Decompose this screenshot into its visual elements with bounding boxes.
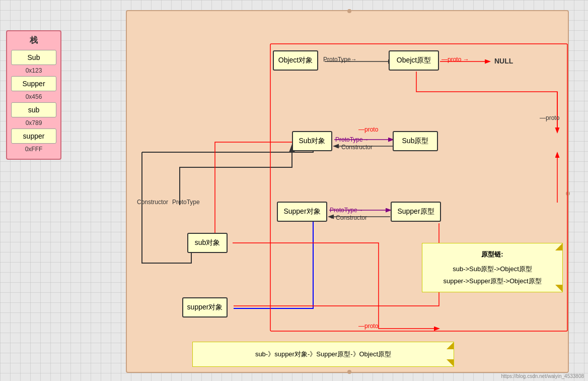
- stack-item-sub: Sub: [11, 50, 56, 65]
- corner-decoration-tr: [555, 243, 562, 250]
- null-label: NULL: [494, 57, 513, 65]
- sub-instance-proto-label: —proto: [358, 126, 378, 133]
- object-proto-label: —proto →: [442, 56, 469, 63]
- stack-title: 栈: [11, 35, 56, 46]
- note-box: 原型链: sub->Sub原型->Object原型 supper->Supper…: [422, 243, 563, 292]
- arrows-svg: [127, 11, 568, 372]
- supper-proto-box: Supper原型: [391, 202, 441, 222]
- stack-addr-sub-inst: 0x789: [11, 119, 56, 126]
- sub-instance-box: sub对象: [187, 233, 228, 253]
- note-bottom-text: sub-》supper对象-》Supper原型-》Object原型: [255, 348, 391, 360]
- corner-dot-right: [566, 192, 570, 196]
- supper-prototype-label: ProtoType→: [330, 207, 363, 214]
- stack-addr-supper: 0x456: [11, 93, 56, 100]
- supper-obj-box: Supper对象: [277, 202, 327, 222]
- corner-decoration-bottom-br: [447, 359, 454, 366]
- supper-instance-box: supper对象: [182, 297, 228, 318]
- stack-addr-sub: 0x123: [11, 67, 56, 74]
- sub-proto-box: Sub原型: [393, 131, 438, 151]
- object-obj-box: Object对象: [273, 50, 318, 71]
- note-box-bottom: sub-》supper对象-》Supper原型-》Object原型: [192, 342, 454, 367]
- stack-item-supper-inst: supper: [11, 129, 56, 144]
- constructor-main-label: Constructor: [137, 199, 168, 206]
- sub-constructor-label: ←Constructor: [335, 144, 373, 151]
- sub-obj-box: Sub对象: [292, 131, 332, 151]
- corner-dot-top: [347, 9, 351, 13]
- object-prototype-label: ProtoType→: [323, 56, 357, 63]
- supper-instance-proto-label: —proto: [358, 323, 378, 330]
- supper-constructor-label: ←Constructor: [330, 214, 367, 221]
- stack-item-sub-inst: sub: [11, 102, 56, 117]
- sub-prototype-label: ProtoType→: [335, 136, 369, 143]
- stack-item-supper: Supper: [11, 76, 56, 91]
- corner-decoration-bottom-tr: [447, 342, 454, 349]
- object-proto-box: Obejct原型: [389, 50, 439, 71]
- stack-addr-supper-inst: 0xFFF: [11, 146, 56, 153]
- watermark: https://blog.csdn.net/waiyin_4533808: [501, 373, 584, 379]
- note-title: 原型链:: [430, 248, 554, 260]
- prototype-main-label: ProtoType: [172, 199, 200, 206]
- note-line2: supper->Supper原型->Object原型: [430, 275, 554, 287]
- note-line1: sub->Sub原型->Object原型: [430, 263, 554, 275]
- stack-panel: 栈 Sub 0x123 Supper 0x456 sub 0x789 suppe…: [6, 30, 61, 160]
- corner-dot-bottom: [347, 370, 351, 374]
- corner-decoration-br: [555, 285, 562, 292]
- right-proto-label: —proto: [540, 114, 559, 121]
- diagram-area: Object对象 ProtoType→ Obejct原型 —proto → NU…: [126, 10, 569, 373]
